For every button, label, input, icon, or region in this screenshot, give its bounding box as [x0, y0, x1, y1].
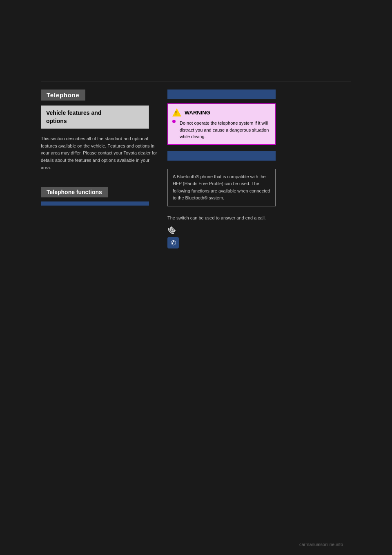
warning-label: WARNING	[185, 110, 210, 116]
features-box-title: Vehicle features and options	[46, 109, 144, 125]
features-box: Vehicle features and options	[41, 105, 149, 129]
info-box-text: A Bluetooth® phone that is compatible wi…	[173, 173, 270, 202]
phone-icons-area: The switch can be used to answer and end…	[167, 215, 298, 249]
page: Telephone Vehicle features and options T…	[0, 0, 392, 555]
telephone-functions-badge: Telephone functions	[41, 187, 108, 197]
left-column: Telephone Vehicle features and options T…	[41, 90, 159, 251]
phone-icon-row-2: ✆	[167, 237, 298, 248]
left-body-text-1: This section describes all of the standa…	[41, 135, 159, 171]
phone-button-icon: ✆	[167, 237, 179, 248]
phone-button-glyph: ✆	[171, 239, 176, 247]
phone-icon-row-1: ☎	[167, 226, 298, 235]
phone-symbol-icon: ☎	[165, 224, 178, 237]
right-body-text: The switch can be used to answer and end…	[167, 215, 298, 222]
watermark: carmanualsonline.info	[299, 542, 343, 547]
warning-bullet-row: Do not operate the telephone system if i…	[172, 120, 271, 140]
left-sub-header-bar	[41, 201, 149, 206]
right-column: WARNING Do not operate the telephone sys…	[159, 90, 298, 251]
warning-bullet-icon	[172, 120, 176, 123]
warning-triangle-icon	[172, 108, 181, 116]
telephone-badge: Telephone	[41, 90, 85, 101]
warning-box: WARNING Do not operate the telephone sys…	[167, 103, 276, 145]
info-box: A Bluetooth® phone that is compatible wi…	[167, 169, 276, 206]
right-sub-header-bar-2	[167, 151, 276, 161]
right-sub-header-bar-1	[167, 90, 276, 99]
warning-body-text: Do not operate the telephone system if i…	[180, 120, 271, 140]
warning-header: WARNING	[172, 108, 271, 116]
